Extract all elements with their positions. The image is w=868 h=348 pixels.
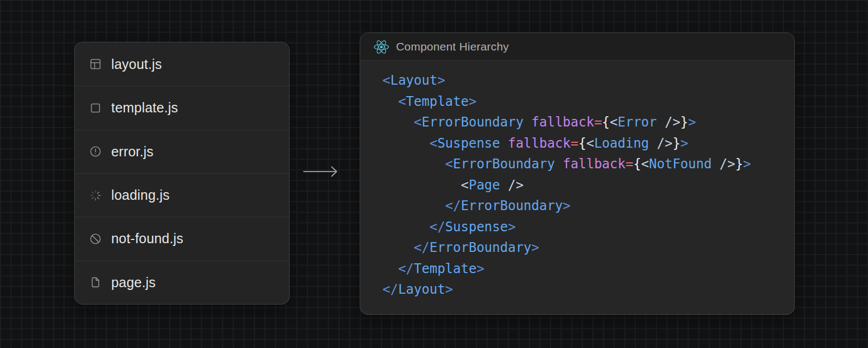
diagram-canvas: layout.jstemplate.jserror.jsloading.jsno… [0,0,868,348]
code-line: </Template> [382,258,789,280]
file-item-label: template.js [111,100,178,116]
react-logo-icon [374,40,389,54]
right-arrow-icon [303,164,342,179]
component-hierarchy-panel: Component Hierarchy <Layout> <Template> … [360,33,795,315]
code-line: <Suspense fallback={<Loading />}> [382,133,789,154]
code-block: <Layout> <Template> <ErrorBoundary fallb… [360,61,794,300]
code-line: </Layout> [382,279,789,300]
code-line: <ErrorBoundary fallback={<NotFound />}> [382,154,789,175]
code-line: </ErrorBoundary> [382,195,789,217]
file-list-panel: layout.jstemplate.jserror.jsloading.jsno… [74,42,290,305]
panel-title: Component Hierarchy [396,40,509,53]
spinner-icon [89,189,102,202]
alert-circle-icon [89,145,102,158]
square-icon [89,102,102,115]
file-item-label: layout.js [111,56,162,72]
file-item-label: not-found.js [111,231,183,246]
code-line: </ErrorBoundary> [382,237,789,258]
file-item-error: error.js [75,130,289,173]
ban-icon [89,232,102,245]
panel-header: Component Hierarchy [360,33,794,61]
code-line: <ErrorBoundary fallback={<Error />}> [382,112,789,133]
file-item-layout: layout.js [75,42,289,86]
file-item-label: loading.js [111,187,170,203]
code-line: <Template> [382,91,789,112]
file-item-label: page.js [111,275,156,290]
file-icon [89,276,102,289]
file-item-label: error.js [111,144,154,160]
code-line: </Suspense> [382,217,789,238]
code-line: <Page /> [382,175,789,196]
react-logo-icon [374,40,389,54]
file-item-not-found: not-found.js [75,217,289,260]
code-line: <Layout> [382,70,789,91]
layout-icon [89,58,102,71]
file-item-page: page.js [75,261,289,304]
file-item-loading: loading.js [75,173,289,217]
file-item-template: template.js [75,86,289,129]
